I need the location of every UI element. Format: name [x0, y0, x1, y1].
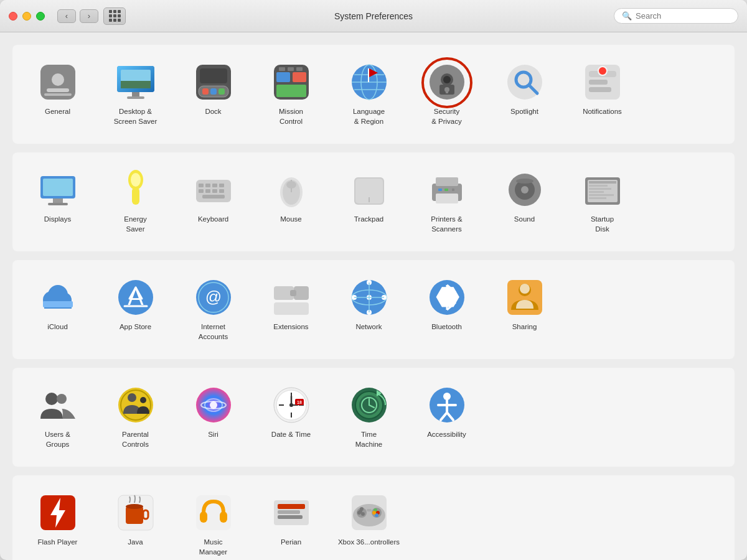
internet-accounts-icon: @ [194, 278, 233, 317]
notifications-icon [583, 62, 622, 102]
svg-rect-165 [278, 504, 305, 509]
spotlight-icon [505, 62, 545, 102]
svg-rect-53 [212, 184, 217, 187]
svg-rect-55 [199, 189, 204, 193]
internet-accounts-label: InternetAccounts [199, 322, 228, 342]
svg-rect-8 [132, 92, 139, 97]
security-label: Security& Privacy [431, 107, 462, 126]
svg-rect-18 [293, 72, 306, 82]
pref-siri[interactable]: Siri [174, 379, 252, 455]
pref-trackpad[interactable]: Trackpad [330, 164, 408, 240]
pref-general[interactable]: General [19, 56, 96, 133]
home-button[interactable] [103, 7, 126, 25]
svg-point-173 [361, 512, 365, 516]
svg-rect-9 [127, 96, 144, 99]
maximize-button[interactable] [36, 12, 45, 21]
svg-rect-58 [219, 189, 224, 193]
extensions-label: Extensions [273, 322, 308, 332]
sharing-label: Sharing [512, 322, 537, 332]
svg-rect-180 [367, 509, 372, 511]
pref-java[interactable]: Java [96, 487, 174, 560]
datetime-icon: 18 [271, 385, 311, 425]
internet-grid: iCloud A App Store [19, 271, 728, 348]
pref-flash[interactable]: Flash Player [19, 487, 96, 560]
svg-point-175 [357, 511, 361, 515]
svg-rect-72 [452, 189, 454, 191]
svg-rect-35 [446, 90, 448, 93]
titlebar: ‹ › System Preferences 🔍 [0, 0, 747, 32]
pref-mouse[interactable]: Mouse [252, 164, 330, 240]
general-icon [38, 62, 78, 102]
users-label: Users &Groups [45, 430, 70, 449]
mission-control-icon [271, 62, 311, 102]
pref-printers[interactable]: Printers &Scanners [408, 164, 486, 240]
network-label: Network [355, 322, 382, 332]
section-hardware: Displays EnergySaver [12, 152, 735, 251]
pref-xbox[interactable]: Xbox 36...ontrollers [330, 487, 408, 560]
minimize-button[interactable] [22, 12, 31, 21]
icloud-label: iCloud [47, 322, 68, 332]
pref-startup[interactable]: StartupDisk [563, 164, 641, 240]
svg-point-76 [516, 179, 533, 184]
pref-mission-control[interactable]: MissionControl [252, 56, 330, 133]
pref-network[interactable]: Network [330, 271, 408, 348]
general-label: General [45, 107, 70, 117]
pref-icloud[interactable]: iCloud [19, 271, 96, 348]
spotlight-label: Spotlight [510, 107, 538, 117]
pref-desktop[interactable]: Desktop &Screen Saver [96, 56, 174, 133]
svg-rect-49 [132, 187, 139, 205]
pref-appstore[interactable]: A App Store [96, 271, 174, 348]
pref-keyboard[interactable]: Keyboard [174, 164, 252, 240]
section-system: Users &Groups [12, 368, 735, 467]
svg-point-32 [443, 76, 451, 83]
pref-extensions[interactable]: Extensions [252, 271, 330, 348]
pref-datetime[interactable]: 18 Date & Time [252, 379, 330, 455]
pref-notifications[interactable]: Notifications [563, 56, 641, 133]
flash-label: Flash Player [38, 538, 78, 548]
search-input[interactable] [636, 11, 730, 21]
section-internet: iCloud A App Store [12, 260, 735, 359]
svg-rect-162 [200, 511, 207, 523]
pref-dock[interactable]: Dock [174, 56, 252, 133]
pref-bluetooth[interactable]: ⬣ Bluetooth [408, 271, 486, 348]
svg-point-63 [286, 181, 296, 189]
grid-icon [109, 10, 121, 22]
pref-parental[interactable]: ParentalControls [96, 379, 174, 455]
pref-timemachine[interactable]: TimeMachine [330, 379, 408, 455]
svg-point-122 [57, 394, 67, 404]
notifications-label: Notifications [583, 107, 622, 117]
perian-icon [271, 493, 311, 533]
window-title: System Preferences [334, 11, 413, 21]
sound-label: Sound [514, 215, 535, 225]
mouse-label: Mouse [280, 215, 302, 225]
datetime-label: Date & Time [271, 430, 311, 440]
svg-rect-3 [44, 93, 72, 96]
pref-security[interactable]: Security& Privacy [408, 56, 486, 133]
pref-internet-accounts[interactable]: @ InternetAccounts [174, 271, 252, 348]
pref-music[interactable]: MusicManager [174, 487, 252, 560]
svg-rect-14 [218, 88, 225, 95]
svg-point-121 [45, 393, 58, 405]
pref-sound[interactable]: Sound [486, 164, 563, 240]
personal-grid: General [19, 56, 728, 133]
back-button[interactable]: ‹ [57, 9, 76, 23]
svg-rect-101 [290, 290, 296, 296]
pref-users[interactable]: Users &Groups [19, 379, 96, 455]
forward-button[interactable]: › [80, 9, 98, 23]
close-button[interactable] [9, 12, 17, 21]
svg-rect-28 [368, 68, 369, 82]
dock-label: Dock [205, 107, 221, 117]
svg-point-48 [131, 173, 141, 187]
pref-energy[interactable]: EnergySaver [96, 164, 174, 240]
pref-spotlight[interactable]: Spotlight [486, 56, 563, 133]
pref-displays[interactable]: Displays [19, 164, 96, 240]
search-box[interactable]: 🔍 [614, 8, 738, 24]
pref-sharing[interactable]: Sharing [486, 271, 563, 348]
svg-rect-42 [589, 87, 611, 92]
desktop-icon [116, 62, 156, 102]
svg-rect-21 [288, 67, 294, 71]
music-icon [194, 493, 233, 533]
pref-perian[interactable]: Perian [252, 487, 330, 560]
pref-language[interactable]: Language& Region [330, 56, 408, 133]
pref-accessibility[interactable]: Accessibility [408, 379, 486, 455]
